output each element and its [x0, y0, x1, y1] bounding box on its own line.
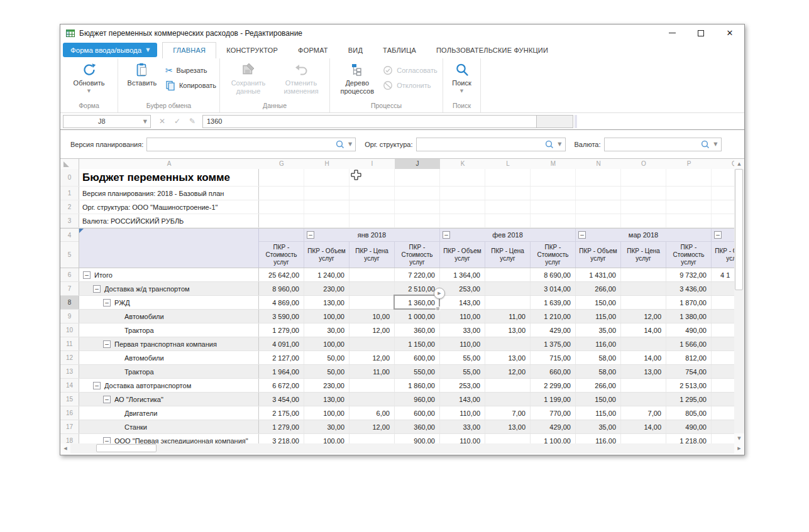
- cell-Q1[interactable]: [712, 187, 734, 200]
- cell-J11[interactable]: 1 150,00: [395, 337, 440, 350]
- fill-handle[interactable]: [436, 307, 440, 311]
- cell-G7[interactable]: 8 960,00: [259, 282, 304, 295]
- select-all-corner[interactable]: [60, 159, 79, 169]
- cell-A1[interactable]: Версия планирования: 2018 - Базовый план: [79, 187, 259, 200]
- collapse-button[interactable]: −: [103, 340, 111, 348]
- cell-A6[interactable]: −Итого: [79, 268, 259, 281]
- cell-G3[interactable]: [259, 214, 304, 227]
- row-header-0[interactable]: 0: [60, 169, 79, 186]
- cell-L11[interactable]: [485, 337, 531, 350]
- cell-J2[interactable]: [395, 200, 440, 214]
- cell-O8[interactable]: [621, 296, 666, 309]
- column-header-G-measure[interactable]: ПКР - Стоимость услуг: [259, 242, 304, 268]
- cell-H11[interactable]: 100,00: [304, 337, 349, 350]
- cell-L8[interactable]: [485, 296, 531, 309]
- cell-I12[interactable]: 12,00: [349, 351, 395, 364]
- cell-G17[interactable]: 1 279,00: [259, 420, 304, 433]
- cell-I1[interactable]: [349, 187, 395, 200]
- cell-P16[interactable]: 805,00: [666, 406, 712, 420]
- cell-K14[interactable]: 253,00: [440, 379, 485, 392]
- cell-L13[interactable]: 12,00: [485, 365, 531, 378]
- collapse-button[interactable]: −: [103, 437, 111, 444]
- cell-Q18[interactable]: [712, 434, 734, 443]
- cell-M3[interactable]: [531, 214, 576, 227]
- column-header-Q-measure[interactable]: ПКР - Объем услуг: [712, 242, 734, 268]
- cell-G11[interactable]: 4 091,00: [259, 337, 304, 350]
- cancel-entry-icon[interactable]: ✕: [156, 117, 168, 126]
- cell-I13[interactable]: 11,00: [349, 365, 395, 378]
- paste-button[interactable]: Вставить: [121, 60, 163, 102]
- cell-K0[interactable]: [440, 169, 485, 186]
- cell-G13[interactable]: 1 964,00: [259, 365, 304, 378]
- cell-A8[interactable]: −РЖД: [79, 296, 259, 309]
- row-header-1[interactable]: 1: [60, 187, 79, 200]
- version-filter-combo[interactable]: ▼: [146, 138, 356, 151]
- row-header-10[interactable]: 10: [60, 323, 79, 337]
- cell-P0[interactable]: [666, 169, 712, 186]
- cell-K1[interactable]: [440, 187, 485, 200]
- column-header-M[interactable]: M: [531, 159, 576, 169]
- cell-Q13[interactable]: [712, 365, 734, 378]
- cell-G15[interactable]: 3 454,00: [259, 393, 304, 406]
- cell-G9[interactable]: 3 590,00: [259, 310, 304, 323]
- cell-P14[interactable]: 2 513,00: [666, 379, 712, 392]
- org-filter-combo[interactable]: ▼: [416, 138, 566, 151]
- cell-I16[interactable]: 6,00: [349, 406, 395, 420]
- month-group-4[interactable]: −: [712, 229, 734, 242]
- cell-J0[interactable]: [395, 169, 440, 186]
- cell-K15[interactable]: 143,00: [440, 393, 485, 406]
- collapse-button[interactable]: −: [93, 285, 101, 293]
- cell-A9[interactable]: Автомобили: [79, 310, 259, 323]
- cell-N18[interactable]: 116,00: [576, 434, 621, 443]
- cell-M1[interactable]: [531, 187, 576, 200]
- tab-konstruktor[interactable]: КОНСТРУКТОР: [216, 43, 288, 58]
- cell-K9[interactable]: 110,00: [440, 310, 485, 323]
- function-edit-icon[interactable]: ✎: [186, 117, 199, 126]
- confirm-entry-icon[interactable]: ✓: [171, 117, 184, 126]
- cell-K7[interactable]: 253,00: [440, 282, 485, 295]
- cell-Q2[interactable]: [712, 200, 734, 214]
- cell-O10[interactable]: 14,00: [621, 323, 666, 337]
- cell-A11[interactable]: −Первая транспортная компания: [79, 337, 259, 350]
- cell-Q14[interactable]: [712, 379, 734, 392]
- row-header-2[interactable]: 2: [60, 200, 79, 214]
- cell-Q15[interactable]: [712, 393, 734, 406]
- cell-O13[interactable]: 13,00: [621, 365, 666, 378]
- cell-I18[interactable]: [349, 434, 395, 443]
- cell-O6[interactable]: [621, 268, 666, 281]
- cell-L3[interactable]: [485, 214, 531, 227]
- column-header-A[interactable]: A: [79, 159, 259, 169]
- cell-L10[interactable]: 13,00: [485, 323, 531, 337]
- cell-J18[interactable]: 900,00: [395, 434, 440, 443]
- month-group-0[interactable]: [259, 229, 304, 242]
- process-tree-button[interactable]: Дерево процессов: [335, 60, 379, 102]
- cell-L16[interactable]: 7,00: [485, 406, 531, 420]
- cell-Q8[interactable]: [712, 296, 734, 309]
- row-header-13[interactable]: 13: [60, 365, 79, 378]
- collapse-button[interactable]: −: [83, 271, 91, 279]
- column-header-N-measure[interactable]: ПКР - Объем услуг: [576, 242, 621, 268]
- cell-M12[interactable]: 715,00: [531, 351, 576, 364]
- scroll-up-icon[interactable]: ▲: [734, 159, 744, 169]
- column-header-H[interactable]: H: [304, 159, 349, 169]
- cell-M16[interactable]: 770,00: [531, 406, 576, 420]
- cell-I15[interactable]: [349, 393, 395, 406]
- maximize-button[interactable]: [686, 24, 715, 41]
- cell-Q10[interactable]: [712, 323, 734, 337]
- cell-I17[interactable]: 12,00: [349, 420, 395, 433]
- column-header-J[interactable]: J: [395, 159, 440, 169]
- cell-O11[interactable]: [621, 337, 666, 350]
- cell-J13[interactable]: 550,00: [395, 365, 440, 378]
- cell-H13[interactable]: 50,00: [304, 365, 349, 378]
- cell-H8[interactable]: 130,00: [304, 296, 349, 309]
- cell-L14[interactable]: [485, 379, 531, 392]
- row-header-4[interactable]: 4: [60, 229, 79, 242]
- collapse-button[interactable]: −: [93, 382, 101, 389]
- cell-N14[interactable]: 266,00: [576, 379, 621, 392]
- cell-M18[interactable]: 1 100,00: [531, 434, 576, 443]
- cell-J6[interactable]: 7 220,00: [395, 268, 440, 281]
- cell-M9[interactable]: 1 210,00: [531, 310, 576, 323]
- cell-I7[interactable]: [349, 282, 395, 295]
- cell-J1[interactable]: [395, 187, 440, 200]
- cell-P17[interactable]: 490,00: [666, 420, 712, 433]
